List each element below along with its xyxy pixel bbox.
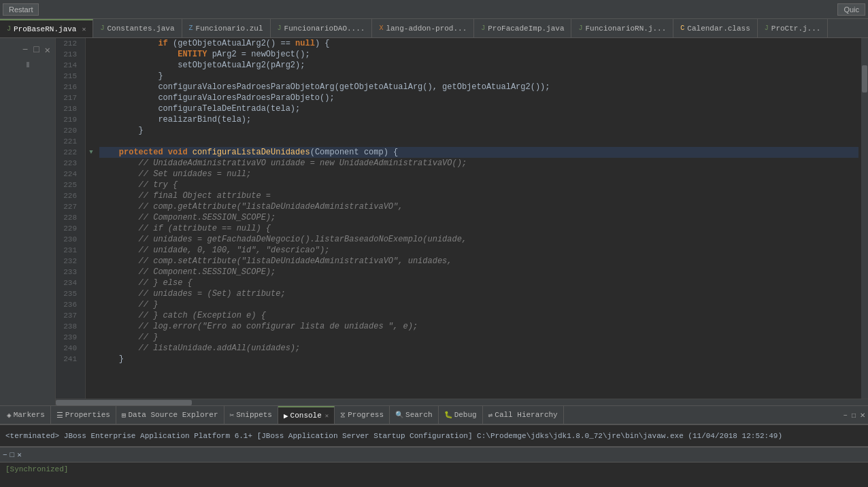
bottom-win-minimize[interactable]: − [3, 451, 7, 459]
code-line-226: // final Object attribute = [99, 190, 858, 201]
tab-label-1: Constantes.java [107, 24, 174, 33]
line-num-213: 213 [56, 49, 81, 60]
console-icon: ▶ [284, 412, 288, 420]
code-line-216: configuraValoresPadroesParaObjetoArg(get… [99, 82, 858, 93]
line-num-230: 230 [56, 234, 81, 245]
tab-lang-addon[interactable]: X lang-addon-prod... [372, 19, 474, 37]
gutter-226 [86, 190, 97, 201]
tab-data-source[interactable]: ⊞ Data Source Explorer [116, 406, 224, 424]
line-num-220: 220 [56, 125, 81, 136]
progress-label: Progress [348, 411, 384, 419]
line-num-224: 224 [56, 169, 81, 180]
tab-close-0[interactable]: ✕ [82, 25, 86, 33]
restart-button[interactable]: Restart [3, 3, 39, 16]
line-num-212: 212 [56, 38, 81, 49]
gutter-225 [86, 180, 97, 190]
minimize-icon[interactable]: − [20, 42, 30, 58]
gutter-235 [86, 288, 97, 299]
tab-progress[interactable]: ⧖ Progress [335, 406, 390, 424]
tab-Constantes[interactable]: J Constantes.java [93, 19, 182, 37]
tab-ProBaseRN[interactable]: J ProBaseRN.java ✕ [0, 19, 93, 37]
console-text: <terminated> JBoss Enterprise Applicatio… [5, 432, 782, 440]
tab-debug[interactable]: 🐛 Debug [439, 406, 483, 424]
line-num-221: 221 [56, 136, 81, 147]
code-line-213: ENTITY pArg2 = newObject(); [99, 49, 858, 60]
console-close-icon[interactable]: ✕ [325, 412, 329, 420]
gutter-223 [86, 158, 97, 169]
code-line-240: // listaUnidade.addAll(unidades); [99, 343, 858, 354]
line-num-222: 222 [56, 147, 81, 158]
tab-console[interactable]: ▶ Console ✕ [278, 406, 335, 424]
horizontal-scrollbar[interactable] [56, 399, 868, 405]
tab-snippets[interactable]: ✂ Snippets [224, 406, 278, 424]
code-line-237: // } catch (Exception e) { [99, 310, 858, 321]
code-line-230: // unidades = getFachadaDeNegocio().list… [99, 234, 858, 245]
code-line-232: // comp.setAttribute("listaDeUnidadeAdmi… [99, 256, 858, 267]
tab-ProCtr[interactable]: J ProCtr.j... [758, 19, 829, 37]
java-icon-6: J [578, 24, 582, 32]
tab-Funcionario[interactable]: Z Funcionario.zul [182, 19, 271, 37]
panel-close-btn[interactable]: ✕ [858, 412, 867, 419]
tab-ProFacadeImp[interactable]: J ProFacadeImp.java [474, 19, 571, 37]
line-num-223: 223 [56, 158, 81, 169]
vertical-scrollbar[interactable] [861, 38, 868, 399]
gutter-222: ▼ [86, 147, 97, 158]
code-line-239: // } [99, 332, 858, 343]
xml-icon-4: X [379, 24, 383, 32]
tab-label-8: ProCtr.j... [771, 24, 821, 33]
bottom-win-close[interactable]: ✕ [17, 450, 22, 459]
tab-FuncionarioDAO[interactable]: J FuncionarioDAO.... [271, 19, 373, 37]
drag-handle[interactable] [27, 62, 29, 67]
java-icon-5: J [481, 24, 485, 32]
line-num-231: 231 [56, 245, 81, 256]
tab-Calendar[interactable]: C Calendar.class [673, 19, 757, 37]
console-output: <terminated> JBoss Enterprise Applicatio… [0, 424, 868, 446]
code-line-225: // try { [99, 180, 858, 190]
gutter-219 [86, 114, 97, 125]
debug-icon: 🐛 [444, 411, 452, 419]
code-line-241: } [99, 354, 858, 365]
tab-FuncionarioRN[interactable]: J FuncionarioRN.j... [571, 19, 673, 37]
gutter-230 [86, 234, 97, 245]
code-line-233: // Component.SESSION_SCOPE); [99, 267, 858, 278]
console-label: Console [290, 412, 322, 420]
properties-label: Properties [65, 411, 110, 419]
tab-properties[interactable]: ☰ Properties [51, 406, 116, 424]
tab-label-5: ProFacadeImp.java [488, 24, 564, 33]
tab-call-hierarchy[interactable]: ⇌ Call Hierarchy [483, 406, 564, 424]
code-line-235: // unidades = (Set) attribute; [99, 288, 858, 299]
maximize-icon[interactable]: □ [31, 42, 41, 58]
gutter-233 [86, 267, 97, 278]
code-line-219: realizarBind(tela); [99, 114, 858, 125]
tab-search[interactable]: 🔍 Search [390, 406, 439, 424]
bottom-tabs-bar: ◈ Markers ☰ Properties ⊞ Data Source Exp… [0, 405, 868, 424]
java-icon-1: J [100, 24, 104, 32]
sidebar-icons: − □ ✕ [0, 38, 55, 70]
line-num-217: 217 [56, 93, 81, 103]
tab-label-6: FuncionarioRN.j... [586, 24, 667, 33]
tab-markers[interactable]: ◈ Markers [1, 406, 51, 424]
gutter-234 [86, 278, 97, 288]
code-line-221 [99, 136, 858, 147]
synchronized-label: [Synchronized] [5, 465, 68, 473]
line-num-234: 234 [56, 278, 81, 288]
code-editor[interactable]: if (getObjetoAtualArg2() == null) { ENTI… [97, 38, 861, 399]
quick-access-button[interactable]: Quic [837, 3, 865, 16]
gutter-229 [86, 223, 97, 234]
tab-label-0: ProBaseRN.java [14, 25, 76, 33]
close-left-icon[interactable]: ✕ [43, 42, 52, 58]
gutter: ▼ [86, 38, 97, 399]
gutter-239 [86, 332, 97, 343]
gutter-227 [86, 201, 97, 212]
line-num-236: 236 [56, 299, 81, 310]
gutter-214 [86, 60, 97, 71]
line-num-216: 216 [56, 82, 81, 93]
split-view: − □ ✕ 2122132142152162172182192202212222… [0, 38, 868, 405]
code-line-234: // } else { [99, 278, 858, 288]
markers-label: Markers [14, 411, 45, 419]
panel-maximize-btn[interactable]: □ [850, 412, 857, 419]
bottom-win-maximize[interactable]: □ [10, 451, 15, 459]
tab-label-2: Funcionario.zul [196, 24, 263, 33]
panel-minimize-btn[interactable]: − [842, 412, 849, 419]
gutter-240 [86, 343, 97, 354]
